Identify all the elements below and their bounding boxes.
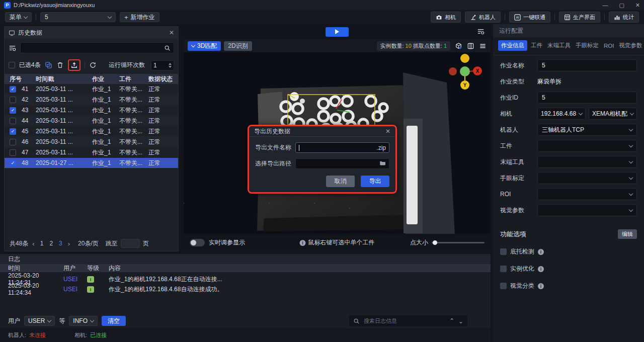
- run-button[interactable]: [326, 27, 349, 37]
- grid-icon: [564, 14, 571, 21]
- page-number[interactable]: 2: [48, 240, 54, 247]
- workpiece-library-icon[interactable]: [467, 42, 474, 50]
- job-id-input[interactable]: 5: [537, 92, 637, 104]
- log-level-filter-select[interactable]: INFO: [69, 316, 98, 326]
- loop-count-stepper[interactable]: 1: [151, 60, 174, 70]
- export-icon[interactable]: [70, 61, 78, 69]
- log-row[interactable]: 2025-03-20 11:24:31 USEI I 作业_1的相机192.16…: [0, 272, 491, 282]
- end-tool-select[interactable]: [537, 156, 637, 168]
- tab-hand-eye[interactable]: 手眼标定: [574, 41, 600, 50]
- close-window-button[interactable]: ✕: [635, 2, 640, 9]
- job-select[interactable]: 5: [40, 12, 116, 22]
- realtime-param-toggle[interactable]: [190, 239, 205, 246]
- tab-2d-recognition[interactable]: 2D识别: [224, 41, 252, 51]
- tab-3d-match[interactable]: 3D匹配: [188, 41, 221, 51]
- table-row[interactable]: 442025-03-11 ...作业_1不带关...正常: [5, 116, 178, 126]
- row-checkbox[interactable]: [10, 128, 16, 135]
- stepper-up-icon[interactable]: [169, 63, 172, 65]
- view-menu-icon[interactable]: [479, 42, 487, 50]
- refresh-icon[interactable]: [89, 61, 97, 69]
- row-checkbox[interactable]: [10, 160, 16, 166]
- table-row[interactable]: 472025-03-11 ...作业_1不带关...正常: [5, 147, 178, 158]
- selected-count: 已选4条: [19, 61, 41, 69]
- instance-optimize-checkbox[interactable]: [500, 266, 507, 272]
- new-job-button[interactable]: + 新增作业: [120, 12, 159, 22]
- delete-icon[interactable]: [56, 61, 64, 69]
- instance-optimize-label: 实例优化: [510, 265, 534, 273]
- table-row[interactable]: 422025-03-11 ...作业_1不带关...正常: [5, 95, 178, 105]
- chevron-down-icon: [629, 143, 633, 147]
- dialog-close-icon[interactable]: ✕: [385, 128, 390, 135]
- statistics-button[interactable]: 统计: [609, 12, 639, 23]
- hand-eye-select[interactable]: [537, 172, 637, 184]
- row-checkbox[interactable]: [10, 118, 16, 124]
- tab-workpiece[interactable]: 工件: [529, 41, 544, 50]
- chevron-down-icon: [629, 175, 633, 179]
- workpiece-select[interactable]: [537, 140, 637, 152]
- history-search-input[interactable]: [20, 42, 174, 53]
- pallet-detect-checkbox[interactable]: [500, 248, 507, 255]
- camera-button[interactable]: 相机: [431, 12, 461, 23]
- app-root: P D:/Pickwiz/yasuojimianxingyouxu — ▢ ✕ …: [0, 0, 644, 342]
- camera-pose-icon[interactable]: [455, 42, 462, 50]
- log-row[interactable]: 2025-03-20 11:24:34 USEI I 作业_1的相机192.16…: [0, 282, 491, 292]
- prev-page-icon[interactable]: ‹: [31, 240, 35, 247]
- vision-params-select[interactable]: [537, 204, 637, 216]
- search-prev-icon[interactable]: ⌃: [449, 317, 454, 324]
- history-table-header: 序号 时间戳 作业 工件 数据状态: [5, 74, 178, 84]
- axis-gizmo[interactable]: X Y: [448, 53, 484, 96]
- one-key-connect-button[interactable]: AI 一键联通: [509, 12, 550, 23]
- job-name-input[interactable]: 5: [537, 59, 637, 71]
- filename-input[interactable]: .zip: [295, 142, 389, 153]
- tab-roi[interactable]: ROI: [602, 42, 615, 50]
- table-row[interactable]: 462025-03-11 ...作业_1不带关...正常: [5, 137, 178, 147]
- export-annotation-highlight: [68, 59, 80, 71]
- slider-handle[interactable]: [433, 240, 437, 245]
- path-input[interactable]: [295, 158, 389, 169]
- display-settings-icon[interactable]: [477, 28, 485, 35]
- page-number[interactable]: 3: [57, 240, 64, 247]
- camera-ip-select[interactable]: 192.168.4.68: [537, 108, 586, 120]
- next-page-icon[interactable]: ›: [67, 240, 71, 247]
- row-checkbox[interactable]: [10, 139, 16, 145]
- search-icon[interactable]: [164, 45, 171, 51]
- edit-button[interactable]: 编辑: [618, 229, 637, 239]
- roi-select[interactable]: [537, 188, 637, 200]
- camera-profile-select[interactable]: XEMA相机配: [589, 108, 637, 120]
- row-checkbox[interactable]: [10, 149, 16, 156]
- tab-vision-params[interactable]: 视觉参数: [617, 41, 643, 50]
- search-next-icon[interactable]: ⌃: [458, 317, 463, 324]
- filter-settings-icon[interactable]: [9, 44, 16, 52]
- point-size-slider[interactable]: [432, 242, 485, 243]
- menu-button[interactable]: 菜单: [5, 12, 32, 22]
- copy-icon[interactable]: [45, 61, 52, 69]
- table-row[interactable]: 432025-03-11 ...作业_1不带关...正常: [5, 105, 178, 116]
- folder-icon[interactable]: [379, 160, 386, 168]
- tab-end-tool[interactable]: 末端工具: [546, 41, 572, 50]
- minimize-button[interactable]: —: [602, 2, 608, 9]
- select-all-checkbox[interactable]: [9, 62, 15, 68]
- table-row[interactable]: 482025-01-27 ...作业_1不带关...正常: [5, 158, 178, 168]
- table-row[interactable]: 452025-03-11 ...作业_1不带关...正常: [5, 126, 178, 137]
- table-row[interactable]: 412025-03-11 ...作业_1不带关...正常: [5, 84, 178, 95]
- row-checkbox[interactable]: [10, 86, 16, 93]
- history-table: 序号 时间戳 作业 工件 数据状态 412025-03-11 ...作业_1不带…: [5, 74, 178, 236]
- tab-job-info[interactable]: 作业信息: [498, 40, 527, 51]
- row-checkbox[interactable]: [10, 107, 16, 114]
- production-ui-button[interactable]: 生产界面: [559, 12, 600, 23]
- clear-log-button[interactable]: 清空: [102, 316, 126, 326]
- log-user-filter-select[interactable]: USER: [24, 316, 55, 326]
- stepper-down-icon[interactable]: [169, 66, 172, 68]
- robot-select[interactable]: 三轴机器人TCP: [537, 124, 637, 136]
- close-icon[interactable]: ✕: [169, 29, 174, 36]
- log-search-input[interactable]: [364, 318, 445, 324]
- log-search-box[interactable]: ⌃ ⌃: [349, 315, 467, 326]
- page-number[interactable]: 1: [39, 240, 45, 247]
- robot-button[interactable]: 机器人: [465, 12, 501, 23]
- maximize-button[interactable]: ▢: [619, 2, 624, 9]
- jump-page-input[interactable]: [121, 239, 140, 248]
- export-confirm-button[interactable]: 导出: [361, 176, 389, 187]
- cancel-button[interactable]: 取消: [326, 176, 355, 187]
- vision-classify-checkbox[interactable]: [500, 283, 507, 289]
- row-checkbox[interactable]: [10, 97, 16, 103]
